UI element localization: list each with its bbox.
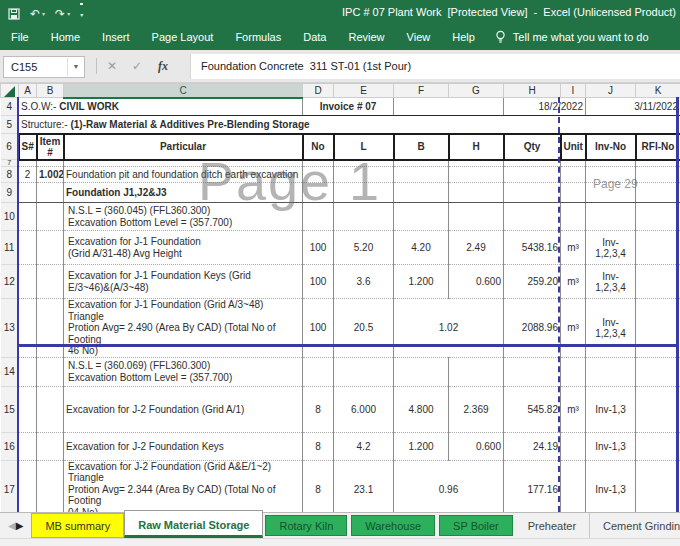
cell[interactable] (561, 183, 586, 203)
cell-no[interactable]: 8 (303, 432, 334, 460)
cell[interactable] (636, 231, 680, 265)
cell[interactable] (586, 160, 636, 167)
row-number[interactable]: 14 (1, 357, 19, 386)
cell-header[interactable]: B (394, 134, 449, 160)
cell-no[interactable]: 8 (303, 460, 334, 512)
column-header[interactable]: K (636, 84, 680, 98)
tab-home[interactable]: Home (40, 24, 91, 50)
cell[interactable] (37, 432, 64, 460)
cell-particular[interactable]: Excavation for J-1 Foundation Keys (Grid… (64, 265, 303, 299)
row-number[interactable]: 7 (1, 160, 19, 167)
cell[interactable] (19, 357, 37, 386)
cell[interactable] (504, 160, 561, 167)
cell-unit[interactable]: m³ (561, 299, 586, 358)
cell-bh-merged[interactable]: 0.96 (394, 460, 504, 512)
column-header[interactable]: F (394, 84, 449, 98)
tell-me-search[interactable]: Tell me what you want to do (494, 30, 649, 44)
cell-no[interactable]: 100 (303, 265, 334, 299)
customize-qat-button[interactable]: ▾ (80, 3, 83, 24)
cell-inv[interactable]: Inv-1,2,3,4 (586, 265, 636, 299)
column-header-selected[interactable]: C (64, 84, 303, 98)
tab-file[interactable]: File (0, 24, 40, 50)
cell[interactable] (504, 183, 561, 203)
cell-invoice[interactable]: Invoice # 07 (303, 98, 394, 116)
redo-button[interactable]: ↷ ▾ (55, 5, 70, 23)
cell-l[interactable]: 3.6 (334, 265, 394, 299)
sheet-tab-mb-summary[interactable]: MB summary (31, 513, 124, 538)
cell-b[interactable]: 1.200 (394, 432, 449, 460)
cell-l[interactable]: 20.5 (334, 299, 394, 358)
cell[interactable] (37, 460, 64, 512)
tab-insert[interactable]: Insert (91, 24, 141, 50)
cell-qty[interactable]: 259.20 (504, 265, 561, 299)
cell-b[interactable]: 4.20 (394, 231, 449, 265)
row-number[interactable]: 9 (1, 183, 19, 203)
cell-bh-merged[interactable]: 1.02 (394, 299, 504, 358)
cell[interactable] (561, 167, 586, 183)
cell[interactable] (636, 357, 680, 386)
cell[interactable] (394, 203, 449, 231)
sheet-tab-cement-grinding[interactable]: Cement Grinding (590, 513, 680, 538)
cell-inv[interactable]: Inv-1,3 (586, 460, 636, 512)
cell[interactable] (449, 160, 504, 167)
cell[interactable] (636, 432, 680, 460)
cell[interactable] (19, 460, 37, 512)
cell-inv[interactable]: Inv-1,2,3,4 (586, 231, 636, 265)
column-header[interactable]: H (504, 84, 561, 98)
formula-input[interactable]: Foundation Concrete 311 ST-01 (1st Pour) (190, 54, 680, 79)
cell-particular[interactable]: Excavation for J-2 Foundation (Grid A&E/… (64, 460, 303, 512)
cell-h[interactable]: 2.49 (449, 231, 504, 265)
cell-l[interactable]: 23.1 (334, 460, 394, 512)
column-header[interactable]: A (19, 84, 37, 98)
tab-page-layout[interactable]: Page Layout (141, 24, 225, 50)
row-number[interactable]: 4 (1, 98, 19, 116)
sheet-nav-right-icon[interactable]: ▶ (16, 520, 24, 531)
cell-date-from[interactable]: 18/2/2022 (504, 98, 586, 116)
cell-date-to[interactable]: 3/11/2022 (586, 98, 680, 116)
cell[interactable] (586, 203, 636, 231)
cell-unit[interactable] (561, 432, 586, 460)
cell[interactable] (504, 357, 561, 386)
cell-serial[interactable]: 2 (19, 167, 37, 183)
page-break-solid-left[interactable] (17, 97, 19, 512)
cell-l[interactable]: 4.2 (334, 432, 394, 460)
cell-h[interactable]: 0.600 (449, 265, 504, 299)
cell[interactable] (19, 265, 37, 299)
cell-no[interactable]: 100 (303, 231, 334, 265)
cell-header[interactable]: RFI-No (636, 134, 680, 160)
tab-help[interactable]: Help (441, 24, 486, 50)
cell-particular[interactable]: Excavation for J-1 Foundation(Grid A/31-… (64, 231, 303, 265)
sheet-tab-rotary-kiln[interactable]: Rotary Kiln (265, 515, 347, 536)
cell-header[interactable]: H (449, 134, 504, 160)
cell[interactable] (636, 265, 680, 299)
cell-header[interactable]: Unit (561, 134, 586, 160)
cell-qty[interactable]: 2088.96 (504, 299, 561, 358)
cell[interactable] (636, 386, 680, 432)
cell-l[interactable]: 6.000 (334, 386, 394, 432)
row-number[interactable]: 5 (1, 116, 19, 134)
cell-structure[interactable]: Structure:- (1)-Raw Material & Additives… (19, 116, 680, 134)
row-number[interactable]: 6 (1, 134, 19, 160)
sheet-nav-left-icon[interactable]: ◀ (8, 520, 16, 531)
cell[interactable] (19, 203, 37, 231)
cell[interactable] (37, 231, 64, 265)
cell-sow[interactable]: S.O.W:- CIVIL WORK (19, 98, 303, 116)
cell-qty[interactable]: 545.82 (504, 386, 561, 432)
cell[interactable] (586, 357, 636, 386)
cell[interactable] (449, 167, 504, 183)
cell-header[interactable]: Qty (504, 134, 561, 160)
row-number[interactable]: 16 (1, 432, 19, 460)
cell-l[interactable]: 5.20 (334, 231, 394, 265)
cell[interactable] (449, 203, 504, 231)
cell[interactable] (636, 203, 680, 231)
cell-level-note[interactable]: N.S.L = (360.069) (FFL360.300)Excavation… (64, 357, 303, 386)
cell[interactable] (504, 167, 561, 183)
cell-inv[interactable]: Inv-1,2,3,4 (586, 299, 636, 358)
cell[interactable] (394, 160, 449, 167)
cell[interactable] (19, 299, 37, 358)
column-header[interactable]: J (586, 84, 636, 98)
cell[interactable] (394, 167, 449, 183)
cell[interactable] (561, 160, 586, 167)
cell[interactable] (504, 203, 561, 231)
cell[interactable] (636, 299, 680, 358)
